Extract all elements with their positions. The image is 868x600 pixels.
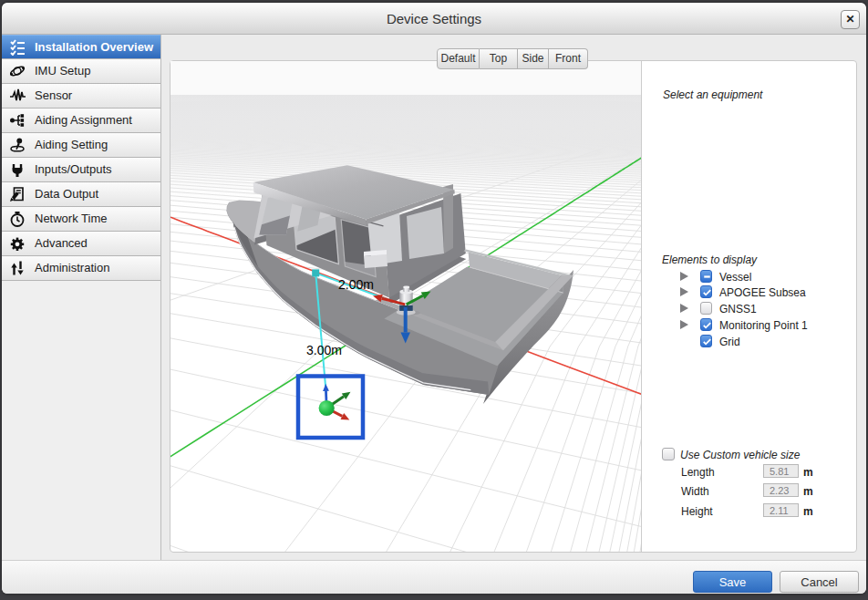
svg-text:2.00m: 2.00m [338,277,374,292]
svg-text:3.00m: 3.00m [306,343,342,357]
